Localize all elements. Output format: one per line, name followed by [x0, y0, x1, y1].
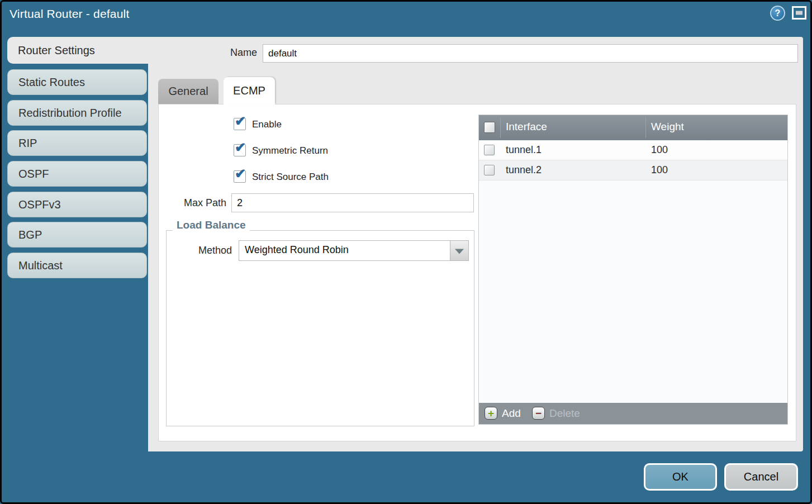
chevron-down-icon: [455, 249, 464, 254]
method-select[interactable]: Weighted Round Robin: [239, 240, 469, 261]
column-divider: [500, 117, 501, 138]
column-header-interface: Interface: [506, 121, 547, 133]
row-checkbox[interactable]: [484, 145, 495, 155]
cell-weight: 100: [651, 144, 668, 156]
table-row-tunnel2[interactable]: tunnel.2 100: [479, 160, 787, 180]
window-restore-icon[interactable]: [792, 6, 806, 20]
method-selected-value: Weighted Round Robin: [245, 244, 349, 256]
sidebar-item-redistribution-profile[interactable]: Redistribution Profile: [7, 100, 147, 126]
checkmark-icon: ✔: [235, 167, 246, 180]
row-checkbox[interactable]: [484, 165, 495, 175]
tab-general[interactable]: General: [158, 79, 219, 104]
minus-icon: −: [532, 407, 545, 420]
table-row-tunnel1[interactable]: tunnel.1 100: [479, 140, 787, 160]
window-restore-glyph: [796, 11, 802, 15]
sidebar-item-rip[interactable]: RIP: [7, 130, 147, 156]
minus-glyph: −: [535, 407, 542, 419]
strict-source-path-checkbox[interactable]: ✔: [234, 170, 246, 183]
checkmark-icon: ✔: [235, 115, 246, 128]
tab-ecmp[interactable]: ECMP: [224, 77, 275, 104]
sidebar-item-router-settings[interactable]: Router Settings: [7, 37, 151, 64]
table-footer: + Add − Delete: [479, 403, 787, 424]
cell-interface: tunnel.1: [506, 144, 542, 156]
name-label: Name: [184, 47, 257, 59]
enable-checkbox[interactable]: ✔: [234, 118, 246, 130]
plus-icon: +: [485, 407, 497, 420]
enable-label: Enable: [252, 119, 282, 130]
symmetric-return-label: Symmetric Return: [252, 145, 328, 156]
sidebar-item-ospf[interactable]: OSPF: [7, 161, 147, 187]
symmetric-return-checkbox[interactable]: ✔: [234, 144, 246, 156]
virtual-router-dialog: Virtual Router - default ? Router Settin…: [0, 0, 812, 504]
max-path-label: Max Path: [159, 197, 226, 209]
ok-button[interactable]: OK: [644, 463, 717, 491]
table-header: Interface Weight: [479, 115, 787, 140]
add-button-label: Add: [502, 407, 521, 420]
sidebar-item-ospfv3[interactable]: OSPFv3: [7, 192, 147, 217]
checkmark-icon: ✔: [235, 141, 246, 154]
sidebar-item-bgp[interactable]: BGP: [7, 222, 147, 248]
strict-source-path-label: Strict Source Path: [252, 172, 329, 183]
column-divider: [645, 117, 646, 138]
method-label: Method: [184, 245, 232, 256]
max-path-input[interactable]: [231, 193, 474, 212]
cancel-button[interactable]: Cancel: [724, 463, 798, 491]
dialog-title: Virtual Router - default: [10, 7, 130, 21]
help-icon[interactable]: ?: [770, 6, 785, 21]
column-header-weight: Weight: [651, 121, 684, 133]
cell-weight: 100: [651, 164, 668, 176]
interface-weight-table: Interface Weight tunnel.1 100 tunnel.2 1…: [478, 115, 788, 425]
plus-glyph: +: [488, 407, 494, 419]
cell-interface: tunnel.2: [506, 164, 542, 176]
method-dropdown-button[interactable]: [450, 241, 468, 260]
load-balance-legend: Load Balance: [173, 219, 250, 231]
delete-button-label: Delete: [549, 407, 580, 420]
select-all-checkbox[interactable]: [484, 122, 495, 133]
sidebar-item-static-routes[interactable]: Static Routes: [7, 69, 147, 95]
sidebar-item-multicast[interactable]: Multicast: [7, 253, 147, 278]
name-input[interactable]: [263, 44, 798, 63]
